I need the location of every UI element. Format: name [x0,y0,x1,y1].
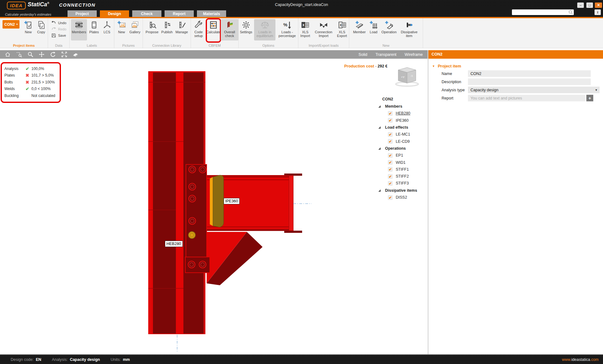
tree-item-stiff1[interactable]: ✔STIFF1 [376,166,428,173]
tree-section-dissipative-items[interactable]: Dissipative items [376,187,428,194]
ribbon-button-redo[interactable]: Redo [51,26,66,32]
tree-item-diss2[interactable]: ✔DISS2 [376,194,428,201]
tree-section-operations[interactable]: Operations [376,145,428,152]
checkbox-checked-icon[interactable]: ✔ [388,153,393,158]
expander-icon[interactable] [378,105,381,108]
ribbon-button-settings[interactable]: Settings [239,19,253,40]
viewport-tool-rotate[interactable] [47,50,58,59]
tree-section-load-effects[interactable]: Load effects [376,124,428,131]
ribbon-button-connection-import[interactable]: Connection Import [313,19,334,40]
tab-design[interactable]: Design [100,10,129,17]
ribbon-button-save[interactable]: Save [51,32,66,38]
checkbox-checked-icon[interactable]: ✔ [388,181,393,186]
expander-icon[interactable] [378,126,381,129]
copy-icon [37,20,46,30]
tab-materials[interactable]: Materials [197,10,226,17]
checkbox-checked-icon[interactable]: ✔ [388,132,393,137]
ribbon-button-publish[interactable]: Publish [160,19,174,40]
tree-item-le-mc1[interactable]: ✔LE-MC1 [376,131,428,138]
add-report-button[interactable]: + [586,95,593,101]
close-button[interactable]: ✕ [595,3,602,8]
ribbon-button-copy[interactable]: Copy [35,19,47,40]
tree-item-label: STIFF2 [396,174,409,179]
fit-icon [61,51,67,57]
ribbon-button-xls-export[interactable]: XXLS Export [335,19,349,40]
ribbon-button-xls-import[interactable]: XXLS Import [298,19,312,40]
checkbox-checked-icon[interactable]: ✔ [388,118,393,123]
analysis-type-select[interactable]: Capacity design ▼ [468,87,600,93]
ribbon-button-lcs[interactable]: LCS [101,19,113,40]
ribbon-button-overall-check[interactable]: Overall check [221,19,238,40]
ribbon-button-calculate[interactable]: Calculate [207,19,220,40]
checkbox-checked-icon[interactable]: ✔ [388,160,393,165]
ribbon-button-load[interactable]: Load [368,19,380,40]
tree-item-stiff3[interactable]: ✔STIFF3 [376,180,428,187]
checkbox-checked-icon[interactable]: ✔ [388,195,393,200]
ribbon-group-label: Connection Library [143,44,191,47]
3d-model-steel-connection[interactable] [0,59,428,354]
ribbon-button-label: Save [58,34,66,37]
maximize-button[interactable]: □ [586,3,593,8]
viewport-tool-home[interactable] [2,50,13,59]
info-button[interactable]: i [595,9,601,15]
description-field[interactable] [468,78,591,85]
ribbon-button-dissipative-item[interactable]: Dissipative item [399,19,420,40]
expander-icon[interactable] [378,189,381,192]
report-field[interactable] [468,95,585,101]
checkbox-checked-icon[interactable]: ✔ [388,111,393,116]
tree-item-ep1[interactable]: ✔EP1 [376,152,428,159]
ribbon-button-label: Load [370,30,377,34]
production-cost-value: 292 € [378,64,387,68]
tree-item-heb280[interactable]: ✔HEB280 [376,110,428,117]
ribbon-button-loads-percentage[interactable]: %Loads - percentage [276,19,298,40]
zoom-icon [27,51,33,57]
tree-item-label: EP1 [396,153,403,158]
viewport-tool-eraser[interactable] [70,50,81,59]
expander-icon[interactable] [378,147,381,150]
ribbon-button-new[interactable]: New [116,19,128,40]
ribbon-button-operation[interactable]: Operation [381,19,398,40]
ribbon-button-members[interactable]: Members [71,19,87,40]
website-link[interactable]: www.ideastatica.com [562,357,599,362]
tree-item-wid1[interactable]: ✔WID1 [376,159,428,166]
3d-viewport[interactable]: Analysis✔100,0%Plates✖101,7 > 5,0%Bolts✖… [0,59,428,354]
viewport-tool-fit[interactable] [58,50,70,59]
tab-report[interactable]: Report [165,10,194,17]
checkbox-checked-icon[interactable]: ✔ [388,174,393,179]
ribbon-group-labels: MembersPlatesLCSLabels [70,18,114,48]
checkbox-checked-icon[interactable]: ✔ [388,167,393,172]
name-field[interactable] [468,70,591,77]
ribbon-button-undo[interactable]: Undo [51,20,66,26]
tree-item-le-cd9[interactable]: ✔LE-CD9 [376,138,428,145]
viewport-tool-pan[interactable] [36,50,47,59]
minimize-button[interactable]: – [577,3,584,8]
tree-section-members[interactable]: Members [376,103,428,110]
viewport-tool-zoom[interactable] [24,50,36,59]
ribbon-button-label: LCS [104,30,110,34]
ribbon-button-new[interactable]: New [22,19,34,40]
viewport-tool-zoom-window[interactable] [13,50,24,59]
view-mode-transparent[interactable]: Transparent [375,52,396,57]
ribbon-button-propose[interactable]: Propose [145,19,160,40]
view-mode-solid[interactable]: Solid [359,52,367,57]
ribbon-button-loads-in-equilibrium[interactable]: Loads in equilibrium [254,19,275,40]
ribbon-button-label: New [118,30,125,34]
ribbon-button-manage[interactable]: Manage [175,19,189,40]
tab-check[interactable]: Check [132,10,161,17]
ribbon-button-plates[interactable]: Plates [88,19,100,40]
project-item-section-header[interactable]: ▼ Project item [432,64,603,68]
tree-root-item[interactable]: CON2 [376,96,428,103]
tree-item-ipe360[interactable]: ✔IPE360 [376,117,428,124]
search-input[interactable] [512,9,574,15]
manage-icon [177,20,186,30]
ribbon-button-gallery[interactable]: Gallery [128,19,141,40]
ribbon-button-con2[interactable]: CON2▾ [3,20,19,29]
ribbon-button-member[interactable]: Member [352,19,367,40]
navigation-cube[interactable]: +Y -X [394,66,420,87]
ribbon-button-code-setup[interactable]: Code setup [191,19,206,40]
view-mode-wireframe[interactable]: Wireframe [405,52,423,57]
svg-text:X: X [340,23,342,27]
tree-item-stiff2[interactable]: ✔STIFF2 [376,173,428,180]
tab-project[interactable]: Project [68,10,97,17]
checkbox-checked-icon[interactable]: ✔ [388,139,393,144]
